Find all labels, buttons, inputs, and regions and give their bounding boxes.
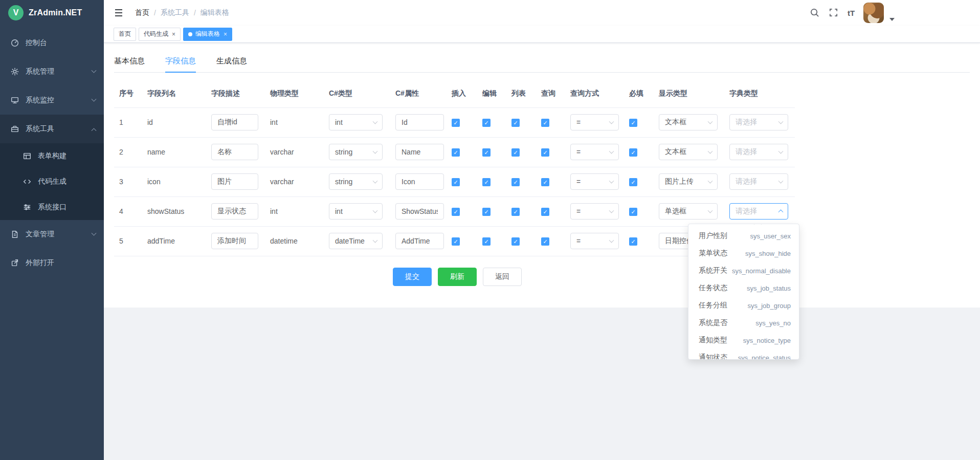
dropdown-option[interactable]: 系统是否 sys_yes_no [688,314,799,332]
tag-home[interactable]: 首页 [114,28,136,41]
dropdown-option[interactable]: 系统开关 sys_normal_disable [688,262,799,279]
list-checkbox[interactable] [511,178,520,186]
collapse-sidebar-icon[interactable] [114,8,124,18]
query-mode-select[interactable]: = [570,203,619,220]
list-checkbox[interactable] [511,119,520,127]
close-icon[interactable]: × [172,31,175,37]
field-desc-input[interactable] [211,203,258,220]
query-mode-select[interactable]: = [570,173,619,190]
edit-checkbox[interactable] [482,148,491,157]
field-desc-input[interactable] [211,114,258,130]
close-icon[interactable]: × [224,31,227,37]
sidebar-item-system-api[interactable]: 系统接口 [0,194,104,220]
tab-field-info[interactable]: 字段信息 [165,52,196,72]
cs-type-select[interactable]: string [329,144,383,160]
cs-prop-input[interactable] [395,233,444,249]
sidebar-item-system-tools[interactable]: 系统工具 [0,115,104,143]
insert-checkbox[interactable] [452,119,460,127]
query-checkbox[interactable] [541,119,549,127]
insert-checkbox[interactable] [452,237,460,246]
col-header: 必填 [624,80,654,107]
back-button[interactable]: 返回 [483,268,522,286]
required-checkbox[interactable] [629,237,637,246]
required-checkbox[interactable] [629,178,637,186]
list-checkbox[interactable] [511,148,520,157]
field-desc-input[interactable] [211,173,258,190]
cs-prop-input[interactable] [395,144,444,160]
app-logo[interactable]: V ZrAdmin.NET [0,0,104,26]
query-checkbox[interactable] [541,237,549,246]
dropdown-option[interactable]: 通知状态 sys_notice_status [688,349,799,360]
display-type-select[interactable]: 文本框 [659,144,718,160]
edit-checkbox[interactable] [482,237,491,246]
breadcrumb-home[interactable]: 首页 [135,8,149,17]
edit-checkbox[interactable] [482,119,491,127]
dropdown-option[interactable]: 通知类型 sys_notice_type [688,332,799,349]
tag-code-generation[interactable]: 代码生成 × [139,28,181,41]
sidebar-item-external-open[interactable]: 外部打开 [0,249,104,277]
sidebar-item-system-management[interactable]: 系统管理 [0,57,104,86]
dropdown-option[interactable]: 用户性别 sys_user_sex [688,227,799,245]
col-header: 字段列名 [142,80,206,107]
edit-checkbox[interactable] [482,208,491,216]
cs-type-select[interactable]: dateTime [329,233,383,249]
row-index: 5 [119,237,123,245]
insert-checkbox[interactable] [452,148,460,157]
chevron-down-icon [373,208,378,213]
query-mode-select[interactable]: = [570,233,619,249]
display-type-select[interactable]: 图片上传 [659,173,718,190]
dropdown-option[interactable]: 任务分组 sys_job_group [688,297,799,314]
sidebar-item-code-generation[interactable]: 代码生成 [0,169,104,194]
chevron-down-icon [609,119,614,124]
dict-type-select[interactable]: 请选择 [729,173,788,190]
sidebar-item-form-builder[interactable]: 表单构建 [0,143,104,169]
sidebar-item-system-monitor[interactable]: 系统监控 [0,86,104,115]
cs-prop-input[interactable] [395,173,444,190]
refresh-button[interactable]: 刷新 [438,268,477,286]
dropdown-option[interactable]: 任务状态 sys_job_status [688,279,799,297]
dict-type-select[interactable]: 请选择 [729,144,788,160]
tab-generate-info[interactable]: 生成信息 [216,52,247,72]
field-desc-input[interactable] [211,233,258,249]
query-mode-select[interactable]: = [570,144,619,160]
required-checkbox[interactable] [629,119,637,127]
chevron-down-icon [609,208,614,213]
search-icon[interactable] [810,8,820,18]
query-checkbox[interactable] [541,208,549,216]
dict-type-select-open[interactable]: 请选择 [729,203,788,220]
row-index: 3 [119,178,123,186]
cs-prop-input[interactable] [395,203,444,220]
display-type-select[interactable]: 文本框 [659,114,718,130]
user-avatar[interactable] [863,3,884,23]
insert-checkbox[interactable] [452,208,460,216]
insert-checkbox[interactable] [452,178,460,186]
cs-prop-input[interactable] [395,114,444,130]
dict-type-select[interactable]: 请选择 [729,114,788,130]
field-desc-input[interactable] [211,144,258,160]
cs-type-select[interactable]: int [329,203,383,220]
dropdown-option[interactable]: 菜单状态 sys_show_hide [688,245,799,262]
query-checkbox[interactable] [541,178,549,186]
required-checkbox[interactable] [629,208,637,216]
cs-type-select[interactable]: int [329,114,383,130]
tag-edit-table[interactable]: 编辑表格 × [183,28,232,41]
fullscreen-icon[interactable] [829,8,839,18]
query-mode-select[interactable]: = [570,114,619,130]
breadcrumb: 首页 / 系统工具 / 编辑表格 [135,8,229,17]
user-menu-caret-icon[interactable] [889,18,895,21]
required-checkbox[interactable] [629,148,637,157]
cs-type-select[interactable]: string [329,173,383,190]
query-checkbox[interactable] [541,148,549,157]
display-type-select[interactable]: 单选框 [659,203,718,220]
sidebar-item-article-management[interactable]: 文章管理 [0,220,104,249]
font-size-icon[interactable]: tT [848,9,855,17]
chevron-down-icon [778,179,784,184]
list-checkbox[interactable] [511,208,520,216]
tab-basic-info[interactable]: 基本信息 [114,52,145,72]
breadcrumb-system-tools[interactable]: 系统工具 [161,8,189,17]
submit-button[interactable]: 提交 [393,268,432,286]
sidebar-item-dashboard[interactable]: 控制台 [0,29,104,57]
list-checkbox[interactable] [511,237,520,246]
edit-checkbox[interactable] [482,178,491,186]
document-icon [10,230,19,239]
